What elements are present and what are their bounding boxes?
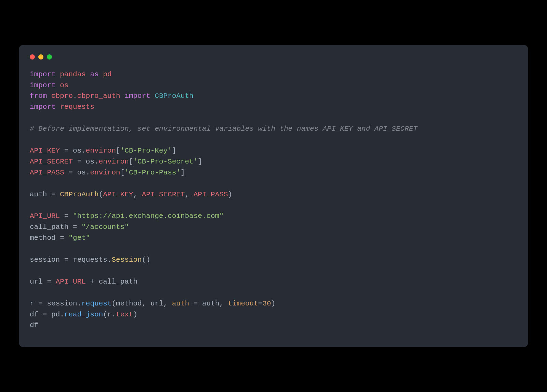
- kwarg-name: timeout: [228, 300, 258, 308]
- object: session: [47, 300, 77, 308]
- variable: API_SECRET: [30, 158, 73, 166]
- bracket-open: [: [116, 147, 120, 155]
- keyword-import: import: [30, 103, 56, 111]
- module-name: os: [60, 81, 68, 89]
- string: "/accounts": [81, 223, 129, 231]
- assign: =: [60, 256, 73, 264]
- comma: ,: [163, 300, 172, 308]
- code-window: import pandas as pd import os from cbpro…: [19, 45, 528, 348]
- keyword-as: as: [90, 70, 98, 78]
- assign: =: [68, 223, 81, 231]
- variable: df: [30, 311, 38, 318]
- variable: method: [30, 234, 56, 242]
- code-line: import requests: [30, 103, 94, 111]
- string: 'CB-Pro-Pass': [124, 169, 181, 177]
- variable: df: [30, 321, 38, 329]
- keyword-import: import: [124, 92, 150, 100]
- bracket-close: ]: [198, 158, 202, 166]
- assign: =: [43, 278, 56, 286]
- method-call: request: [81, 300, 111, 308]
- window-titlebar: [30, 54, 517, 60]
- class-name: CBProAuth: [155, 92, 194, 100]
- paren-open: (: [103, 311, 107, 318]
- dot: .: [73, 92, 77, 100]
- object: os: [86, 158, 94, 166]
- paren-close: ): [146, 256, 150, 264]
- code-line: auth = CBProAuth(API_KEY, API_SECRET, AP…: [30, 191, 232, 198]
- close-icon[interactable]: [30, 54, 35, 60]
- ref: call_path: [99, 278, 137, 286]
- method-call: read_json: [64, 311, 103, 318]
- keyword-import: import: [30, 81, 56, 89]
- attribute: environ: [99, 158, 129, 166]
- comma: ,: [142, 300, 150, 308]
- paren-close: ): [133, 311, 138, 318]
- variable: session: [30, 256, 60, 264]
- object: os: [77, 169, 86, 177]
- alias: pd: [103, 70, 111, 78]
- bracket-close: ]: [181, 169, 185, 177]
- module-name: requests: [60, 103, 94, 111]
- code-block: import pandas as pd import os from cbpro…: [30, 69, 517, 331]
- arg: url: [150, 300, 163, 308]
- dot: .: [60, 311, 64, 318]
- variable: API_PASS: [30, 169, 64, 177]
- package: cbpro: [51, 92, 73, 100]
- attribute: environ: [90, 169, 120, 177]
- arg: API_SECRET: [142, 191, 185, 198]
- assign: =: [60, 212, 73, 220]
- keyword-import: import: [30, 70, 56, 78]
- code-line: call_path = "/accounts": [30, 223, 129, 231]
- plus-op: +: [86, 278, 99, 286]
- keyword-from: from: [30, 92, 47, 100]
- class-call: CBProAuth: [60, 191, 98, 198]
- code-line: r = session.request(method, url, auth = …: [30, 300, 275, 308]
- assign: =: [47, 191, 60, 198]
- code-line: session = requests.Session(): [30, 256, 150, 264]
- method-call: Session: [111, 256, 142, 264]
- bracket-open: [: [120, 169, 125, 177]
- attribute: environ: [86, 147, 116, 155]
- comment: # Before implementation, set environment…: [30, 125, 417, 133]
- attribute: text: [116, 311, 133, 318]
- code-line: # Before implementation, set environment…: [30, 125, 417, 133]
- code-line: df = pd.read_json(r.text): [30, 311, 137, 318]
- submodule: cbpro_auth: [77, 92, 120, 100]
- assign: =: [258, 300, 263, 308]
- arg: method: [116, 300, 142, 308]
- string: 'CB-Pro-Secret': [133, 158, 198, 166]
- kwarg-name: auth: [172, 300, 189, 308]
- code-line: from cbpro.cbpro_auth import CBProAuth: [30, 92, 194, 100]
- module-name: pandas: [60, 70, 86, 78]
- minimize-icon[interactable]: [38, 54, 43, 60]
- comma: ,: [185, 191, 194, 198]
- zoom-icon[interactable]: [47, 54, 52, 60]
- assign: =: [189, 300, 202, 308]
- arg: API_KEY: [103, 191, 133, 198]
- code-line: API_PASS = os.environ['CB-Pro-Pass']: [30, 169, 185, 177]
- dot: .: [94, 158, 99, 166]
- assign: =: [73, 158, 86, 166]
- variable: API_URL: [30, 212, 60, 220]
- code-line: df: [30, 321, 38, 329]
- string: "get": [68, 234, 90, 242]
- assign: =: [34, 300, 47, 308]
- dot: .: [81, 147, 86, 155]
- code-line: API_SECRET = os.environ['CB-Pro-Secret']: [30, 158, 202, 166]
- object: pd: [51, 311, 60, 318]
- bracket-close: ]: [172, 147, 176, 155]
- variable: call_path: [30, 223, 68, 231]
- paren-close: ): [228, 191, 232, 198]
- assign: =: [38, 311, 51, 318]
- object: requests: [73, 256, 107, 264]
- variable: auth: [30, 191, 47, 198]
- ref: API_URL: [56, 278, 86, 286]
- code-line: import pandas as pd: [30, 70, 112, 78]
- comma: ,: [133, 191, 142, 198]
- dot: .: [77, 300, 82, 308]
- kwarg-val: auth: [202, 300, 219, 308]
- paren-open: (: [99, 191, 103, 198]
- assign: =: [60, 147, 73, 155]
- arg: API_PASS: [194, 191, 228, 198]
- variable: API_KEY: [30, 147, 60, 155]
